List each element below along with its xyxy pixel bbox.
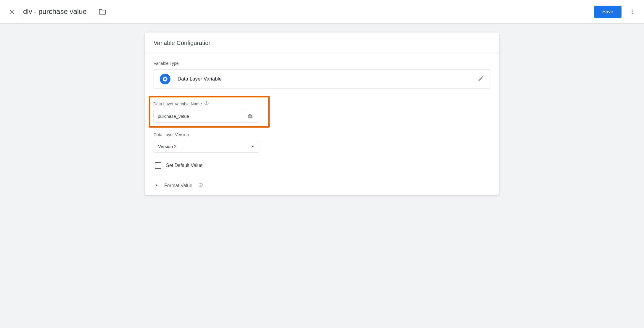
format-value-label: Format Value (164, 183, 192, 188)
format-value-help[interactable] (198, 183, 203, 189)
format-value-toggle[interactable]: Format Value (154, 176, 490, 195)
dlv-version-value: Version 2 (158, 144, 177, 149)
variable-name-input[interactable] (22, 6, 94, 17)
variable-config-card: Variable Configuration Variable Type Dat… (145, 33, 499, 195)
highlighted-name-section: Data Layer Variable Name (149, 96, 270, 128)
dlv-name-input[interactable] (153, 110, 242, 123)
insert-variable-button[interactable] (242, 110, 258, 123)
chevron-right-icon (155, 184, 158, 187)
svg-rect-6 (250, 116, 250, 117)
main-content: Variable Configuration Variable Type Dat… (0, 24, 644, 204)
save-button[interactable]: Save (594, 6, 622, 18)
help-icon (204, 101, 209, 106)
more-menu-button[interactable] (626, 6, 638, 18)
variable-type-selector[interactable]: Data Layer Variable (154, 69, 490, 89)
caret-down-icon (251, 145, 255, 148)
close-icon (9, 9, 15, 15)
set-default-value-label: Set Default Value (166, 163, 202, 168)
page-header: Save (0, 0, 644, 24)
svg-point-0 (632, 9, 632, 10)
variable-type-name: Data Layer Variable (178, 76, 478, 82)
dlv-name-label: Data Layer Variable Name (153, 102, 202, 106)
variable-type-label: Variable Type (154, 61, 490, 66)
svg-point-1 (632, 11, 632, 12)
svg-point-8 (201, 186, 201, 186)
folder-icon (98, 8, 107, 16)
more-vertical-icon (629, 9, 635, 15)
dlv-version-select[interactable]: Version 2 (154, 140, 259, 153)
dlv-version-label: Data Layer Version (154, 132, 189, 137)
card-title: Variable Configuration (145, 33, 499, 54)
dlv-name-help[interactable] (204, 101, 209, 107)
edit-type-button[interactable] (478, 75, 484, 83)
help-icon (198, 183, 203, 187)
gear-icon (162, 76, 168, 82)
svg-point-2 (632, 13, 632, 14)
svg-point-4 (207, 104, 207, 104)
set-default-value-checkbox[interactable] (155, 162, 161, 169)
pencil-icon (478, 75, 484, 82)
brick-plus-icon (247, 113, 254, 119)
close-button[interactable] (6, 6, 18, 18)
gear-icon-badge (160, 74, 170, 84)
folder-button[interactable] (98, 8, 107, 16)
